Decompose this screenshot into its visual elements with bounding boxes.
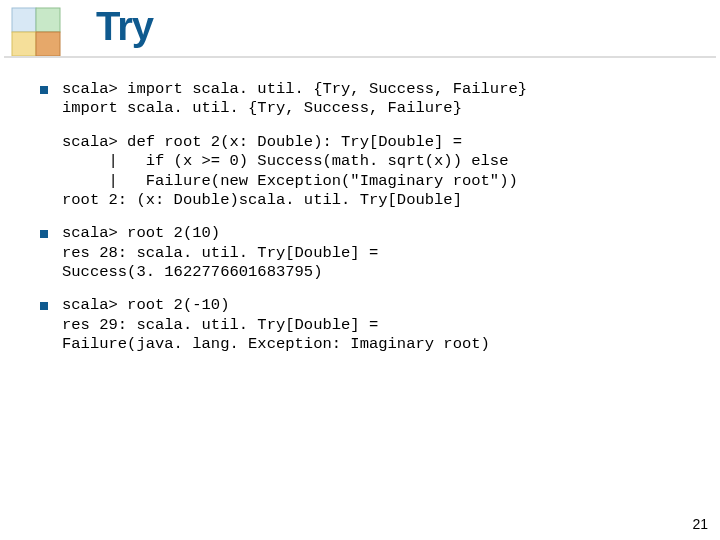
bullet-item: scala> import scala. util. {Try, Success… [40, 80, 680, 119]
svg-rect-0 [12, 8, 36, 32]
code-block: scala> root 2(10) res 28: scala. util. T… [62, 224, 378, 282]
slide: Try scala> import scala. util. {Try, Suc… [0, 0, 720, 540]
slide-title: Try [96, 4, 153, 49]
slide-header: Try [0, 0, 720, 60]
svg-rect-2 [12, 32, 36, 56]
code-block: scala> import scala. util. {Try, Success… [62, 80, 527, 119]
svg-rect-3 [36, 32, 60, 56]
page-number: 21 [692, 516, 708, 532]
divider [4, 56, 716, 58]
code-block: scala> def root 2(x: Double): Try[Double… [62, 133, 680, 211]
logo-icon [8, 4, 78, 60]
bullet-icon [40, 302, 48, 310]
bullet-icon [40, 86, 48, 94]
svg-rect-1 [36, 8, 60, 32]
slide-body: scala> import scala. util. {Try, Success… [40, 80, 680, 369]
bullet-icon [40, 230, 48, 238]
bullet-item: scala> root 2(-10) res 29: scala. util. … [40, 296, 680, 354]
bullet-item: scala> root 2(10) res 28: scala. util. T… [40, 224, 680, 282]
code-block: scala> root 2(-10) res 29: scala. util. … [62, 296, 490, 354]
